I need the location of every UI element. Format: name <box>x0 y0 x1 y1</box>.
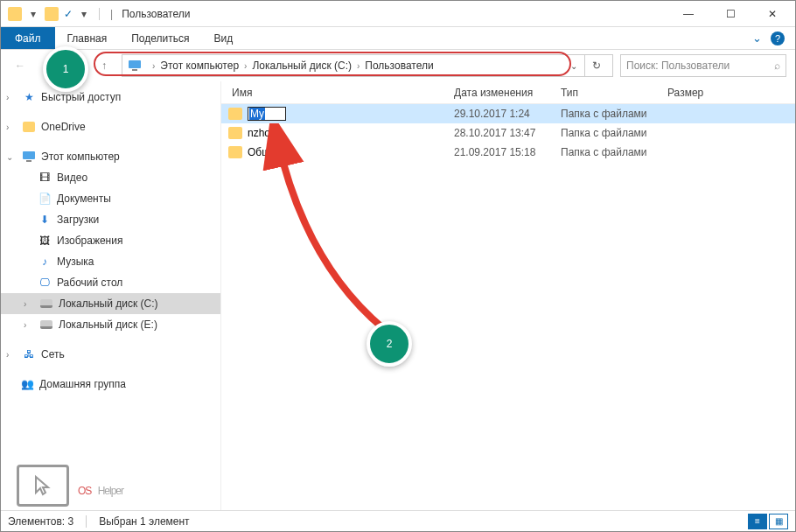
qa-overflow-icon[interactable]: ▾ <box>78 8 90 20</box>
pc-icon <box>128 60 142 72</box>
tab-view[interactable]: Вид <box>201 27 245 49</box>
download-icon: ⬇ <box>38 213 52 227</box>
sidebar-item-diskc[interactable]: ›Локальный диск (C:) <box>1 293 220 314</box>
file-date: 28.10.2017 13:47 <box>454 127 561 139</box>
file-row[interactable]: My 29.10.2017 1:24 Папка с файлами <box>221 104 795 123</box>
chevron-right-icon[interactable]: › <box>152 61 155 71</box>
file-row[interactable]: Общие 21.09.2017 15:18 Папка с файлами <box>221 143 795 162</box>
music-icon: ♪ <box>38 255 52 269</box>
sidebar-item-label: Локальный диск (C:) <box>59 298 158 310</box>
sidebar-item-label: Локальный диск (E:) <box>59 318 157 331</box>
pc-icon <box>22 150 36 164</box>
chevron-right-icon[interactable]: › <box>244 61 247 71</box>
view-details-button[interactable]: ≡ <box>748 514 767 529</box>
sidebar-item-label: Домашняя группа <box>39 378 126 390</box>
nav-back-button[interactable]: ← <box>10 55 31 76</box>
breadcrumb[interactable]: › Этот компьютер › Локальный диск (C:) ›… <box>122 54 613 77</box>
folder-icon <box>228 108 242 120</box>
sidebar-item-pc[interactable]: ⌄Этот компьютер <box>1 146 220 167</box>
sidebar-item-label: Быстрый доступ <box>41 91 121 103</box>
sidebar-item-label: OneDrive <box>41 121 86 133</box>
column-header-size[interactable]: Размер <box>667 87 737 99</box>
sidebar-item-homegroup[interactable]: 👥Домашняя группа <box>1 374 220 395</box>
file-name: nzho <box>248 127 270 139</box>
close-button[interactable]: ✕ <box>762 8 783 20</box>
crumb-pc[interactable]: Этот компьютер <box>160 60 239 72</box>
tab-file[interactable]: Файл <box>1 27 55 49</box>
chevron-right-icon[interactable]: › <box>357 61 360 71</box>
rename-input[interactable]: My <box>248 107 286 121</box>
watermark: OS Helper <box>17 465 123 507</box>
sidebar-item-label: Сеть <box>41 348 65 360</box>
svg-rect-3 <box>26 160 31 162</box>
sidebar-item-downloads[interactable]: ⬇Загрузки <box>1 209 220 230</box>
sidebar-item-quick-access[interactable]: ›★Быстрый доступ <box>1 87 220 108</box>
refresh-button[interactable]: ↻ <box>584 55 607 76</box>
status-count: Элементов: 3 <box>8 515 73 528</box>
help-icon[interactable]: ? <box>771 32 785 46</box>
file-list: Имя Дата изменения Тип Размер My 29.10.2… <box>221 81 795 510</box>
ribbon-tabs: Файл Главная Поделиться Вид ⌄ ? <box>1 27 795 50</box>
network-icon: 🖧 <box>22 347 36 361</box>
annotation-marker-1: 1 <box>43 46 88 92</box>
watermark-os: OS <box>78 485 91 497</box>
sidebar-item-videos[interactable]: 🎞Видео <box>1 167 220 188</box>
crumb-diskc[interactable]: Локальный диск (C:) <box>252 60 352 72</box>
document-icon: 📄 <box>38 192 52 206</box>
tab-share[interactable]: Поделиться <box>119 27 201 49</box>
file-name: Общие <box>248 146 282 158</box>
minimize-button[interactable]: — <box>678 8 699 20</box>
nav-up-button[interactable]: ↑ <box>94 55 115 76</box>
column-header-name[interactable]: Имя <box>228 87 454 99</box>
sidebar-item-documents[interactable]: 📄Документы <box>1 188 220 209</box>
watermark-helper: Helper <box>98 485 123 497</box>
disk-icon <box>39 297 53 311</box>
cursor-icon <box>17 465 69 507</box>
quick-access-toolbar: ▾ ✓ ▾ | <box>4 7 115 21</box>
crumb-users[interactable]: Пользователи <box>365 60 433 72</box>
sidebar-item-music[interactable]: ♪Музыка <box>1 251 220 272</box>
sidebar-item-label: Документы <box>57 192 111 205</box>
maximize-button[interactable]: ☐ <box>720 8 741 20</box>
ribbon-collapse-icon[interactable]: ⌄ <box>752 32 762 45</box>
folder-icon <box>228 127 242 139</box>
sidebar-item-onedrive[interactable]: ›OneDrive <box>1 116 220 137</box>
navigation-bar: ← → ▾ ↑ › Этот компьютер › Локальный дис… <box>1 50 795 81</box>
file-row[interactable]: nzho 28.10.2017 13:47 Папка с файлами <box>221 123 795 143</box>
homegroup-icon: 👥 <box>20 377 34 391</box>
sidebar-item-diske[interactable]: ›Локальный диск (E:) <box>1 314 220 335</box>
breadcrumb-dropdown-icon[interactable]: ⌄ <box>570 61 577 71</box>
svg-rect-1 <box>132 69 137 71</box>
video-icon: 🎞 <box>38 171 52 185</box>
disk-icon <box>39 318 53 332</box>
svg-rect-2 <box>23 151 35 159</box>
search-box[interactable]: ⌕ <box>620 54 786 77</box>
sidebar-item-images[interactable]: 🖼Изображения <box>1 230 220 251</box>
column-header-type[interactable]: Тип <box>561 87 667 99</box>
desktop-icon: 🖵 <box>38 276 52 290</box>
view-icons-button[interactable]: ▦ <box>769 514 788 529</box>
file-type: Папка с файлами <box>561 127 667 139</box>
window-title: Пользователи <box>122 8 190 20</box>
column-header-date[interactable]: Дата изменения <box>454 87 561 99</box>
qa-checkbox-icon[interactable]: ✓ <box>64 8 73 20</box>
search-input[interactable] <box>626 60 774 72</box>
sidebar-item-label: Этот компьютер <box>41 150 120 163</box>
sidebar-item-network[interactable]: ›🖧Сеть <box>1 344 220 365</box>
qa-dropdown-icon[interactable]: ▾ <box>27 8 39 20</box>
folder-icon <box>45 7 59 21</box>
image-icon: 🖼 <box>38 234 52 248</box>
separator-icon: | <box>110 8 113 20</box>
folder-icon <box>228 146 242 158</box>
file-date: 21.09.2017 15:18 <box>454 146 561 158</box>
sidebar-item-label: Изображения <box>57 234 122 247</box>
sidebar-item-label: Музыка <box>57 256 94 268</box>
column-headers: Имя Дата изменения Тип Размер <box>221 81 795 104</box>
sidebar-item-desktop[interactable]: 🖵Рабочий стол <box>1 272 220 293</box>
file-type: Папка с файлами <box>561 108 667 120</box>
sidebar-item-label: Видео <box>57 172 87 184</box>
onedrive-icon <box>22 120 36 134</box>
star-icon: ★ <box>22 90 36 104</box>
statusbar: Элементов: 3 Выбран 1 элемент ≡ ▦ <box>1 510 795 531</box>
annotation-marker-2: 2 <box>367 321 412 367</box>
